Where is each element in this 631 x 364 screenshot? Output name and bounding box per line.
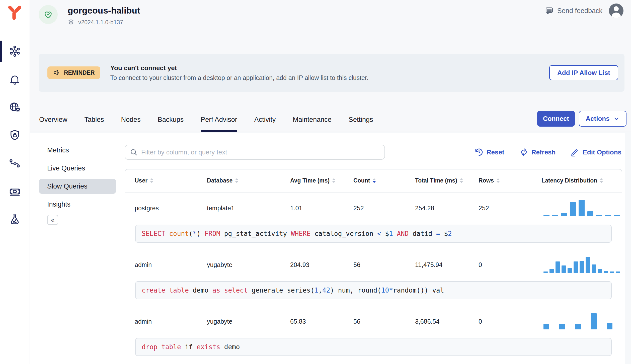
flask-icon — [8, 213, 22, 226]
sidebar-item-cluster[interactable] — [0, 37, 30, 65]
send-feedback-label: Send feedback — [557, 7, 602, 15]
tab-nodes[interactable]: Nodes — [121, 108, 141, 132]
shield-lock-icon — [8, 129, 22, 142]
sidebar-item-integrations[interactable] — [0, 149, 30, 177]
tab-settings[interactable]: Settings — [349, 108, 373, 132]
cell-database: yugabyte — [207, 318, 290, 325]
app-sidebar — [0, 0, 30, 364]
reminder-badge-label: REMINDER — [64, 69, 95, 76]
page-title: gorgeous-halibut — [68, 6, 140, 16]
cell-rows: 0 — [479, 318, 541, 325]
globe-gear-icon — [8, 101, 22, 114]
filter-input[interactable] — [141, 148, 380, 156]
col-header-database[interactable]: Database — [207, 177, 290, 184]
tab-activity[interactable]: Activity — [254, 108, 276, 132]
cell-total-time: 254.28 — [415, 205, 479, 212]
tab-maintenance[interactable]: Maintenance — [293, 108, 332, 132]
edit-options-label: Edit Options — [583, 148, 621, 156]
reminder-banner: REMINDER You can't connect yet To connec… — [39, 54, 624, 92]
col-header-avg-time[interactable]: Avg Time (ms) — [290, 177, 353, 184]
search-icon — [130, 148, 138, 156]
bell-icon — [8, 72, 22, 86]
cell-total-time: 11,475.94 — [415, 261, 479, 268]
table-row[interactable]: admin yugabyte 65.83 56 3,686.54 0 — [125, 306, 622, 337]
history-reset-icon — [475, 148, 484, 157]
cell-database: yugabyte — [207, 261, 290, 268]
subnav-item-metrics[interactable]: Metrics — [39, 143, 116, 158]
refresh-label: Refresh — [531, 148, 556, 156]
query-text-box[interactable]: SELECT count(*) FROM pg_stat_activity WH… — [135, 225, 612, 243]
reset-button[interactable]: Reset — [475, 148, 504, 157]
actions-dropdown-button[interactable]: Actions — [579, 111, 626, 127]
reset-label: Reset — [487, 148, 504, 156]
sort-arrows-icon — [150, 178, 153, 183]
edit-options-button[interactable]: Edit Options — [571, 148, 621, 157]
cell-avg-time: 1.01 — [290, 205, 353, 212]
sidebar-item-billing[interactable] — [0, 177, 30, 206]
sort-arrows-icon — [496, 178, 500, 183]
sort-arrows-icon — [372, 178, 376, 183]
reminder-badge: REMINDER — [47, 66, 100, 79]
query-text-box[interactable]: create table demo as select generate_ser… — [135, 281, 612, 299]
actions-label: Actions — [586, 115, 609, 123]
sort-arrows-icon — [460, 178, 463, 183]
subnav-collapse-button[interactable]: « — [47, 215, 58, 225]
table-header-row: User Database Avg Time (ms) Count Total … — [125, 169, 622, 193]
user-avatar[interactable] — [609, 4, 623, 18]
banknote-icon — [8, 185, 22, 198]
table-row[interactable]: admin yugabyte 204.93 56 11,475.94 0 — [125, 249, 622, 280]
cell-rows: 252 — [479, 205, 541, 212]
col-header-user[interactable]: User — [135, 177, 207, 184]
col-header-latency-distribution[interactable]: Latency Distribution — [541, 177, 618, 184]
banner-title: You can't connect yet — [110, 64, 549, 72]
cell-total-time: 3,686.54 — [415, 318, 479, 325]
subnav-item-slow-queries[interactable]: Slow Queries — [39, 179, 116, 194]
subnav-item-live-queries[interactable]: Live Queries — [39, 161, 116, 176]
subnav-item-insights[interactable]: Insights — [39, 197, 116, 212]
cell-user: postgres — [135, 205, 207, 212]
add-ip-allow-list-button[interactable]: Add IP Allow List — [549, 65, 618, 80]
chevron-down-icon — [613, 116, 620, 122]
table-toolbar: Reset Refresh Edit Options — [475, 145, 621, 160]
tab-tables[interactable]: Tables — [85, 108, 104, 132]
tab-overview[interactable]: Overview — [39, 108, 67, 132]
cell-rows: 0 — [479, 261, 541, 268]
sidebar-item-network[interactable] — [0, 93, 30, 121]
col-header-total-time[interactable]: Total Time (ms) — [415, 177, 479, 184]
cell-user: admin — [135, 261, 207, 268]
heart-check-icon — [43, 9, 53, 20]
header-divider — [39, 41, 631, 41]
yugabyte-logo-icon[interactable] — [6, 3, 24, 23]
refresh-button[interactable]: Refresh — [519, 148, 556, 157]
sidebar-item-security[interactable] — [0, 121, 30, 149]
tab-perf-advisor[interactable]: Perf Advisor — [201, 108, 237, 132]
slow-queries-table: User Database Avg Time (ms) Count Total … — [125, 169, 622, 364]
refresh-icon — [519, 148, 528, 157]
col-header-rows[interactable]: Rows — [479, 177, 541, 184]
feedback-bubble-icon — [545, 6, 554, 15]
cell-count: 56 — [353, 318, 415, 325]
col-header-count[interactable]: Count — [353, 177, 415, 184]
integrations-flow-icon — [8, 157, 22, 170]
cell-count: 56 — [353, 261, 415, 268]
perf-subnav: Metrics Live Queries Slow Queries Insigh… — [39, 143, 116, 225]
cluster-hub-icon — [8, 44, 22, 58]
cluster-version: v2024.1.1.0-b137 — [78, 19, 123, 26]
connect-button[interactable]: Connect — [537, 111, 575, 127]
sort-arrows-icon — [235, 178, 239, 183]
latency-histogram — [543, 257, 620, 273]
cell-avg-time: 204.93 — [290, 261, 353, 268]
megaphone-icon — [53, 69, 61, 77]
cluster-health-badge — [39, 5, 58, 24]
query-text-box[interactable]: drop table if exists demo — [135, 338, 612, 356]
sort-arrows-icon — [600, 178, 603, 183]
cluster-header: gorgeous-halibut v2024.1.1.0-b137 Send f… — [30, 0, 631, 132]
sidebar-item-alerts[interactable] — [0, 65, 30, 93]
pencil-icon — [571, 148, 580, 157]
tab-backups[interactable]: Backups — [158, 108, 184, 132]
send-feedback-button[interactable]: Send feedback — [545, 6, 602, 15]
sidebar-item-labs[interactable] — [0, 206, 30, 234]
sort-arrows-icon — [332, 178, 336, 183]
cell-database: template1 — [207, 205, 290, 212]
table-row[interactable]: postgres template1 1.01 252 254.28 252 — [125, 193, 622, 224]
